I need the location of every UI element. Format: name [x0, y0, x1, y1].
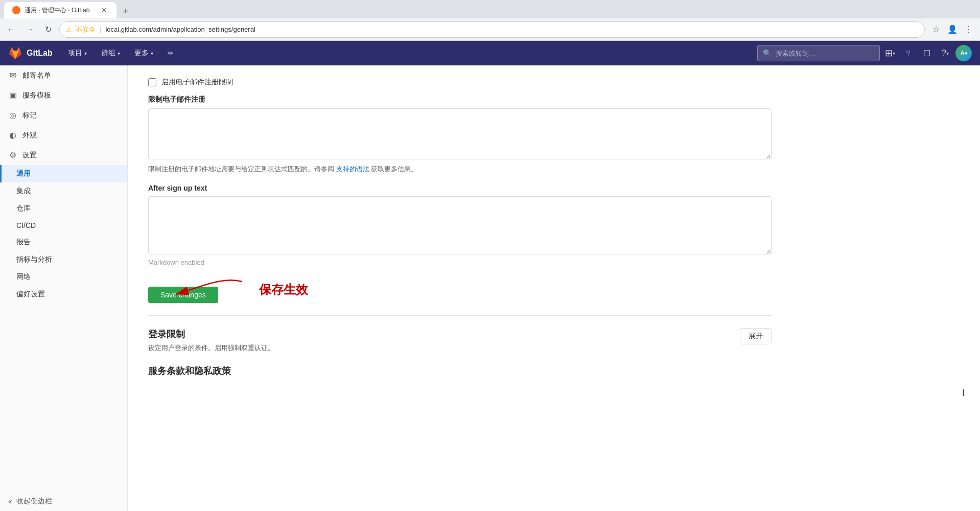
sidebar-collapse-label: 收起侧边栏: [16, 497, 52, 506]
sidebar-sub-item-integrations-label: 集成: [16, 187, 31, 196]
more-chevron-icon: ▾: [151, 51, 153, 56]
tab-title: 通用 · 管理中心 · GitLab: [25, 6, 96, 15]
tab-favicon: [12, 6, 20, 14]
nav-groups-label: 群组: [101, 49, 115, 58]
sidebar-item-service-templates[interactable]: ▣ 服务模板: [0, 85, 127, 105]
merge-request-button[interactable]: ⑂: [900, 45, 917, 61]
after-signup-textarea[interactable]: [148, 196, 772, 254]
save-changes-button[interactable]: Save changes: [148, 287, 218, 303]
restrict-email-textarea[interactable]: [148, 108, 772, 159]
sidebar-sub-item-preferences-label: 偏好设置: [16, 290, 45, 299]
pencil-icon: ✏: [168, 49, 174, 57]
sidebar-item-appearance-label: 外观: [22, 131, 37, 140]
todo-icon: ☐: [923, 49, 930, 58]
sidebar: ✉ 邮寄名单 ▣ 服务模板 ◎ 标记 ◐ 外观: [0, 65, 128, 511]
sidebar-sub-item-general[interactable]: 通用: [0, 165, 127, 182]
restrict-email-hint: 限制注册的电子邮件地址需要与给定正则表达式匹配的。请参阅 支持的语法 获取更多信…: [148, 165, 772, 174]
search-icon: 🔍: [763, 49, 772, 57]
text-cursor: I: [962, 388, 965, 399]
browser-tab[interactable]: 通用 · 管理中心 · GitLab ✕: [4, 2, 116, 18]
search-input[interactable]: [776, 50, 874, 57]
service-templates-icon: ▣: [8, 90, 17, 100]
page-content: 启用电子邮件注册限制 限制电子邮件注册 限制注册的电子邮件地址需要与给定正则表达…: [128, 65, 980, 511]
help-button[interactable]: ? ▾: [937, 45, 953, 61]
sidebar-sub-item-metrics[interactable]: 指标与分析: [0, 251, 127, 268]
nav-groups[interactable]: 群组 ▾: [94, 41, 127, 65]
labels-icon: ◎: [8, 110, 17, 120]
todo-button[interactable]: ☐: [919, 45, 935, 61]
profile-button[interactable]: 👤: [945, 22, 960, 37]
security-warning-text: 不安全: [76, 25, 96, 34]
gitlab-logo-icon: [8, 46, 22, 60]
back-button[interactable]: ←: [4, 22, 18, 37]
sidebar-sub-item-network[interactable]: 网络: [0, 268, 127, 286]
avatar-chevron-icon: ▾: [965, 51, 967, 56]
security-warning-icon: ⚠: [66, 26, 72, 33]
sidebar-item-service-templates-label: 服务模板: [22, 91, 51, 100]
nav-projects[interactable]: 项目 ▾: [61, 41, 94, 65]
save-annotation-area: Save changes 保存生效: [148, 276, 772, 303]
login-restrictions-desc: 设定用户登录的条件。启用强制双重认证。: [148, 343, 274, 353]
sidebar-sub-item-cicd-label: CI/CD: [16, 221, 36, 229]
email-blocklist-icon: ✉: [8, 71, 17, 80]
sidebar-sub-item-repository-label: 仓库: [16, 204, 31, 213]
menu-button[interactable]: ⋮: [962, 22, 976, 37]
sidebar-sub-item-repository[interactable]: 仓库: [0, 200, 127, 217]
enable-email-restriction-checkbox[interactable]: [148, 78, 156, 86]
service-terms-section: 服务条款和隐私政策: [148, 353, 772, 377]
help-icon: ?: [942, 49, 946, 58]
gitlab-logo-text: GitLab: [27, 49, 53, 58]
email-signup-restriction-row: 启用电子邮件注册限制: [148, 78, 772, 87]
plus-icon-button[interactable]: ⊞ ▾: [882, 45, 898, 61]
sidebar-item-email-blocklist-label: 邮寄名单: [22, 71, 51, 80]
sidebar-item-settings[interactable]: ⚙ 设置: [0, 145, 127, 165]
avatar-initials: A: [960, 50, 965, 57]
url-text: local.gitlab.com/admin/application_setti…: [105, 26, 255, 33]
gitlab-logo[interactable]: GitLab: [8, 46, 53, 60]
projects-chevron-icon: ▾: [84, 51, 87, 56]
nav-more[interactable]: 更多 ▾: [127, 41, 160, 65]
new-tab-button[interactable]: +: [119, 4, 133, 18]
plus-icon: ⊞: [885, 48, 893, 59]
top-navigation: GitLab 项目 ▾ 群组 ▾ 更多 ▾ ✏ 🔍 ⊞: [0, 41, 980, 65]
user-avatar[interactable]: A ▾: [955, 45, 972, 61]
sidebar-sub-item-reports[interactable]: 报告: [0, 234, 127, 251]
nav-more-label: 更多: [134, 49, 149, 58]
bookmark-button[interactable]: ☆: [929, 22, 943, 37]
tab-close-button[interactable]: ✕: [100, 5, 108, 15]
sidebar-sub-item-preferences[interactable]: 偏好设置: [0, 286, 127, 303]
sidebar-item-email-blocklist[interactable]: ✉ 邮寄名单: [0, 65, 127, 85]
sidebar-item-labels-label: 标记: [22, 111, 37, 120]
supported-syntax-link[interactable]: 支持的语法: [336, 165, 369, 173]
nav-pencil[interactable]: ✏: [160, 41, 181, 65]
sidebar-sub-item-metrics-label: 指标与分析: [16, 255, 52, 264]
groups-chevron-icon: ▾: [118, 51, 120, 56]
sidebar-sub-item-general-label: 通用: [16, 169, 31, 178]
service-terms-title: 服务条款和隐私政策: [148, 365, 772, 377]
address-bar[interactable]: ⚠ 不安全 | local.gitlab.com/admin/applicati…: [59, 21, 925, 38]
sidebar-collapse-button[interactable]: « 收起侧边栏: [0, 492, 127, 511]
sidebar-item-labels[interactable]: ◎ 标记: [0, 105, 127, 125]
collapse-icon: «: [8, 497, 12, 505]
expand-login-button[interactable]: 展开: [740, 328, 772, 344]
restrict-email-field-label: 限制电子邮件注册: [148, 95, 772, 104]
login-restrictions-title: 登录限制: [148, 328, 274, 340]
markdown-hint: Markdown enabled: [148, 259, 772, 266]
top-search[interactable]: 🔍: [757, 45, 880, 61]
refresh-button[interactable]: ↻: [41, 22, 55, 37]
login-restrictions-header: 登录限制 设定用户登录的条件。启用强制双重认证。 展开: [148, 328, 772, 353]
sidebar-sub-item-network-label: 网络: [16, 272, 31, 282]
forward-button[interactable]: →: [22, 22, 37, 37]
sidebar-sub-item-cicd[interactable]: CI/CD: [0, 217, 127, 234]
sidebar-sub-item-integrations[interactable]: 集成: [0, 182, 127, 200]
merge-request-icon: ⑂: [906, 49, 911, 58]
login-restrictions-section: 登录限制 设定用户登录的条件。启用强制双重认证。 展开: [148, 316, 772, 353]
signup-restrictions-section: 启用电子邮件注册限制 限制电子邮件注册 限制注册的电子邮件地址需要与给定正则表达…: [148, 65, 772, 316]
enable-email-restriction-label: 启用电子邮件注册限制: [161, 78, 233, 87]
sidebar-sub-item-reports-label: 报告: [16, 238, 31, 247]
annotation-text: 保存生效: [259, 282, 308, 298]
sidebar-item-appearance[interactable]: ◐ 外观: [0, 125, 127, 145]
help-chevron-icon: ▾: [946, 51, 949, 56]
settings-icon: ⚙: [8, 150, 17, 160]
plus-chevron-icon: ▾: [893, 51, 895, 56]
